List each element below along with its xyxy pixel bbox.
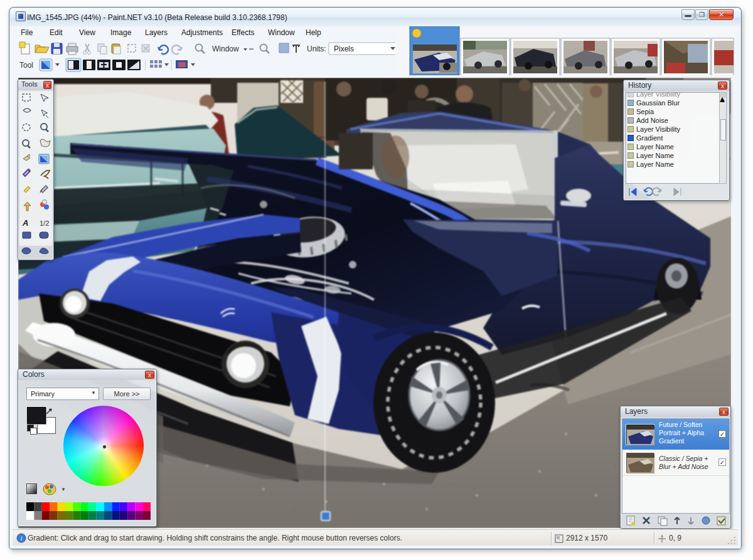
svg-text:Tool: Tool [19,61,33,70]
svg-text:Units:: Units: [307,45,326,53]
svg-text:Window: Window [212,45,239,53]
svg-text:Pixels: Pixels [334,45,354,53]
svg-text:i: i [20,534,22,542]
svg-text:A: A [22,218,28,228]
svg-text:1/2: 1/2 [40,219,49,227]
